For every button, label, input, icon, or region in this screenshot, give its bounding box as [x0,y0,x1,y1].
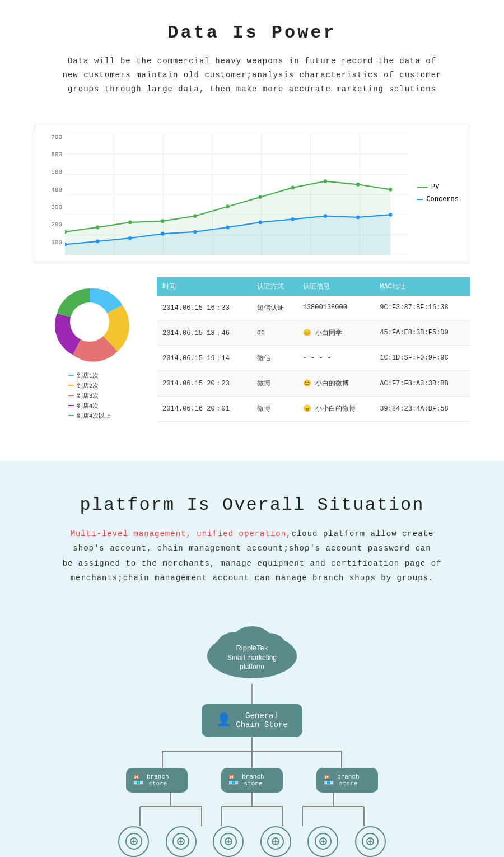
equipment-circle-5 [307,826,338,857]
equipment-node-3: Equipment [212,826,245,857]
svg-point-19 [226,204,229,208]
platform-title: platform Is Overall Situation [34,495,470,515]
donut-section: 到店1次 到店2次 到店3次 到店4次 到店4次以上 [34,277,146,422]
data-table-section: 到店1次 到店2次 到店3次 到店4次 到店4次以上 [34,277,470,422]
connector-cloud-store [251,684,253,704]
store-line2: Chain Store [236,720,287,729]
svg-point-29 [161,231,164,235]
col-auth-info: 认证信息 [297,277,375,296]
donut-label-5: 到店4次以上 [77,412,111,420]
legend-pv-label: PV [431,183,439,191]
svg-point-15 [96,225,99,229]
table-row: 2014.06.15 18：46 qq 😊 小白同学 45:FA:E8:3B:F… [157,320,470,346]
section-platform: platform Is Overall Situation Multi-leve… [0,461,504,857]
platform-subtitle: Multi-level management, unified operatio… [34,527,470,586]
equipment-inner-4 [267,833,284,850]
svg-point-28 [128,236,132,240]
svg-point-21 [291,185,295,189]
connector-store-branches [112,737,392,768]
chart-plot [65,134,408,257]
store-icon: 👤 [216,712,231,728]
y-axis: 700 600 500 400 300 200 100 [45,134,65,257]
equipment-circle-4 [260,826,291,857]
svg-point-20 [259,195,262,199]
legend-dot-1 [68,375,74,376]
store-line1: General [245,711,278,720]
donut-chart [45,277,134,367]
legend-dot-3 [68,395,74,396]
svg-point-35 [356,215,360,219]
branch-node-3: 🏪 branchstore [316,768,378,793]
equipment-inner-2 [172,833,189,850]
svg-point-22 [324,179,327,183]
svg-point-16 [128,220,132,224]
chart-svg [65,134,408,257]
legend-pv: PV [417,183,459,191]
equipment-node-2: Equipment [165,826,198,857]
donut-label-2: 到店2次 [77,381,99,390]
svg-text:platform: platform [240,663,264,670]
legend-dot-5 [68,415,74,416]
svg-point-31 [226,225,229,229]
donut-label-4: 到店4次 [77,402,99,410]
equipment-circle-6 [355,826,386,857]
section-data: Data Is Power Data will be the commercia… [0,0,504,439]
table-row: 2014.06.15 19：14 微信 - - - - 1C:1D:SF:F0:… [157,346,470,371]
svg-point-27 [96,239,99,243]
branch-icon-2: 🏪 [228,775,239,786]
svg-point-32 [259,220,262,224]
donut-label-3: 到店3次 [77,392,99,400]
svg-point-36 [389,213,392,217]
svg-point-37 [70,302,109,342]
equipment-inner-5 [315,833,332,850]
svg-point-24 [389,187,392,191]
legend-dot-2 [68,385,74,386]
svg-point-23 [356,182,360,186]
connector-branches-equipment [84,793,420,826]
col-time: 时间 [157,277,251,296]
col-auth-method: 认证方式 [251,277,297,296]
equipment-inner-3 [220,833,237,850]
table-row: 2014.06.16 20：01 微博 😠 小小白的微博 39:84:23:4A… [157,396,470,421]
table-row: 2014.06.15 20：23 微博 😊 小白的微博 AC:F7:F3:A3:… [157,371,470,396]
subtitle-highlight: Multi-level management, unified operatio… [71,529,292,538]
svg-point-34 [324,214,327,218]
legend-concerns-label: Concerns [426,195,459,203]
pv-line-icon [417,187,428,188]
auth-table: 时间 认证方式 认证信息 MAC地址 2014.06.15 16：33 短信认证… [157,277,470,422]
donut-legend: 到店1次 到店2次 到店3次 到店4次 到店4次以上 [68,371,111,422]
legend-dot-4 [68,405,74,406]
equipment-inner-1 [125,833,142,850]
svg-point-33 [291,217,295,221]
svg-text:Smart marketing: Smart marketing [227,654,277,662]
equipment-circle-2 [166,826,197,857]
store-node: 👤 General Chain Store [202,704,302,737]
table-row: 2014.06.15 16：33 短信认证 13800138000 9C:F3:… [157,296,470,320]
equipment-inner-6 [362,833,379,850]
col-mac: MAC地址 [374,277,470,296]
svg-point-17 [161,219,164,223]
equipment-circle-3 [213,826,244,857]
equipment-node-6: Equipment [353,826,386,857]
svg-point-30 [193,230,197,234]
branch-row: 🏪 branchstore 🏪 branchstore 🏪 branchstor… [126,768,378,793]
chart-legend: PV Concerns [408,134,459,257]
cloud-shape: RippleTek Smart marketing platform [196,614,308,681]
branch-icon-3: 🏪 [323,775,334,786]
equipment-circle-1 [118,826,149,857]
main-subtitle: Data will be the commercial heavy weapon… [34,54,470,97]
equipment-row: Equipment Equipment [117,826,387,857]
svg-text:RippleTek: RippleTek [236,644,268,652]
equipment-node-4: Equipment [259,826,292,857]
main-title: Data Is Power [34,22,470,43]
equipment-node-1: Equipment [117,826,150,857]
branch-icon-1: 🏪 [133,775,144,786]
line-chart-container: 700 600 500 400 300 200 100 [34,125,470,263]
donut-label-1: 到店1次 [77,371,99,380]
svg-point-18 [193,214,197,218]
legend-concerns: Concerns [417,195,459,203]
branch-node-1: 🏪 branchstore [126,768,188,793]
org-chart: RippleTek Smart marketing platform 👤 Gen… [34,614,470,857]
branch-node-2: 🏪 branchstore [221,768,283,793]
equipment-node-5: Equipment [306,826,339,857]
